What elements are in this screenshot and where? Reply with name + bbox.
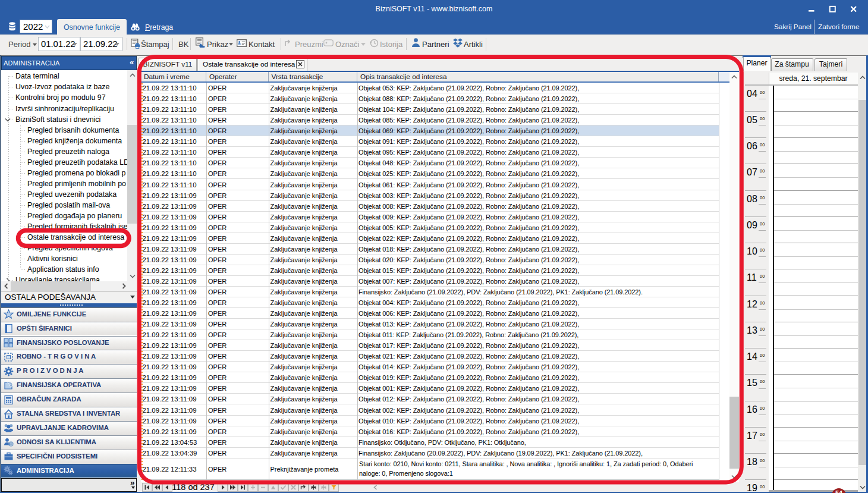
svg-text:54: 54	[835, 489, 843, 493]
